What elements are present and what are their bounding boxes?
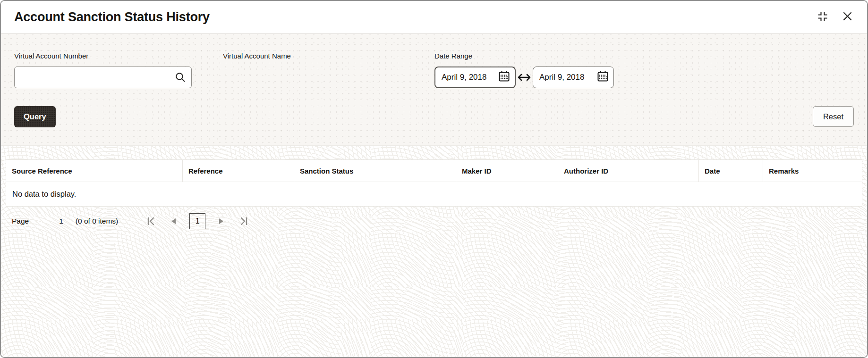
page-number: 1 [59, 217, 63, 225]
titlebar: Account Sanction Status History [1, 1, 867, 34]
field-virtual-account-number: Virtual Account Number [14, 52, 192, 88]
calendar-icon[interactable] [498, 70, 510, 84]
pagination-divider [123, 211, 123, 232]
table-header-row: Source Reference Reference Sanction Stat… [6, 160, 862, 182]
virtual-account-name-label: Virtual Account Name [223, 52, 403, 60]
empty-row: No data to display. [6, 182, 862, 207]
close-button[interactable] [842, 11, 853, 23]
reset-button[interactable]: Reset [813, 106, 854, 127]
results-table: Source Reference Reference Sanction Stat… [6, 159, 862, 207]
column-maker-id: Maker ID [456, 160, 558, 182]
pagination-controls: 1 [146, 213, 249, 229]
date-from-value: April 9, 2018 [442, 73, 486, 82]
next-page-icon[interactable] [218, 216, 225, 227]
items-summary: (0 of 0 items) [76, 217, 118, 225]
filter-actions-row: Query Reset [14, 106, 854, 127]
date-range-arrow-icon [516, 72, 533, 83]
page-title: Account Sanction Status History [14, 10, 210, 25]
column-remarks: Remarks [763, 160, 862, 182]
filter-fields-row: Virtual Account Number Virtual Account N… [14, 52, 854, 88]
date-range-label: Date Range [434, 52, 614, 60]
field-date-range: Date Range April 9, 2018 [434, 52, 614, 88]
field-virtual-account-name: Virtual Account Name [223, 52, 403, 67]
date-to-input[interactable]: April 9, 2018 [533, 67, 614, 88]
titlebar-icons [817, 10, 853, 24]
virtual-account-number-input[interactable] [14, 67, 192, 88]
date-from-input[interactable]: April 9, 2018 [434, 67, 516, 88]
query-button[interactable]: Query [14, 106, 56, 127]
date-range-row: April 9, 2018 [434, 67, 614, 88]
first-page-icon[interactable] [146, 216, 157, 227]
pagination-bar: Page 1 (0 of 0 items) 1 [6, 207, 862, 236]
dialog-account-sanction-status-history: Account Sanction Status History [0, 0, 868, 358]
current-page-button[interactable]: 1 [189, 213, 205, 229]
previous-page-icon[interactable] [170, 216, 177, 227]
search-icon[interactable] [175, 72, 186, 85]
collapse-button[interactable] [817, 10, 829, 24]
virtual-account-number-input-wrap [14, 67, 192, 88]
column-sanction-status: Sanction Status [294, 160, 456, 182]
column-authorizer-id: Authorizer ID [558, 160, 699, 182]
last-page-icon[interactable] [238, 216, 249, 227]
calendar-icon[interactable] [597, 70, 609, 84]
close-icon [842, 11, 853, 23]
column-source-reference: Source Reference [6, 160, 183, 182]
column-reference: Reference [183, 160, 294, 182]
virtual-account-number-label: Virtual Account Number [14, 52, 192, 60]
page-label: Page [12, 217, 29, 225]
date-to-value: April 9, 2018 [539, 73, 584, 82]
filter-panel: Virtual Account Number Virtual Account N… [1, 34, 867, 146]
collapse-icon [817, 10, 829, 24]
column-date: Date [699, 160, 763, 182]
results-area: Source Reference Reference Sanction Stat… [1, 146, 867, 357]
no-data-message: No data to display. [6, 182, 862, 207]
